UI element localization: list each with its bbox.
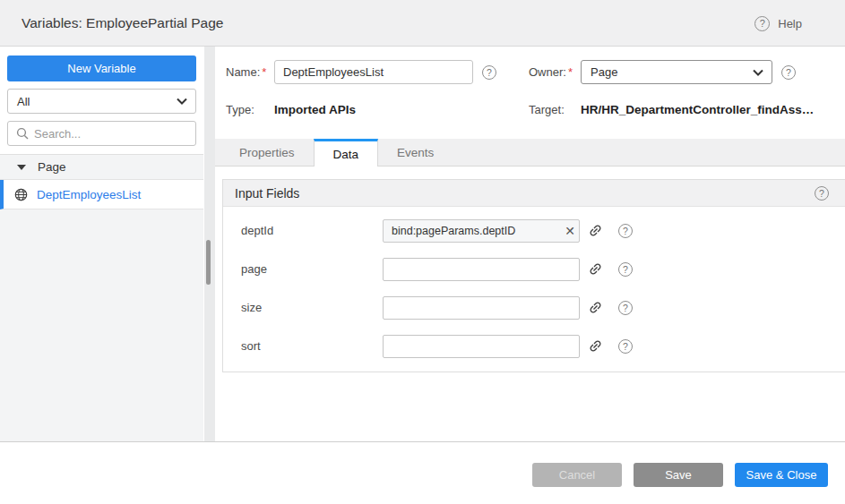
tab-data[interactable]: Data <box>314 139 379 167</box>
required-asterisk: * <box>568 65 573 79</box>
clear-binding-icon[interactable]: ✕ <box>565 225 575 237</box>
variable-detail-panel: Name:* ? Owner:* Page ? Type: Imported A… <box>215 47 845 441</box>
page-title: Variables: EmployeePartial Page <box>22 15 223 31</box>
variables-tree: Page DeptEmployeesList <box>0 154 203 441</box>
field-label: page <box>241 262 383 276</box>
help-label: Help <box>778 17 802 30</box>
caret-down-icon <box>17 165 26 170</box>
owner-label: Owner:* <box>529 65 581 79</box>
variable-search <box>7 121 196 146</box>
field-help-icon[interactable]: ? <box>618 262 633 277</box>
owner-select[interactable]: Page <box>581 60 772 84</box>
tab-properties[interactable]: Properties <box>220 139 314 166</box>
tree-item-deptemployeeslist[interactable]: DeptEmployeesList <box>0 180 203 209</box>
owner-field-group: Owner:* Page ? <box>529 60 796 84</box>
tree-group-label: Page <box>38 160 66 174</box>
help-circle-icon: ? <box>754 16 770 31</box>
bind-link-icon[interactable] <box>588 223 603 238</box>
target-value: HR/HR_DepartmentController_findAss… <box>581 103 814 116</box>
sidebar-controls: New Variable All <box>0 47 203 146</box>
input-field-row-size: size ? <box>223 288 845 327</box>
save-button[interactable]: Save <box>634 463 723 487</box>
owner-help-icon[interactable]: ? <box>781 65 796 80</box>
input-fields-section: Input Fields ? deptId ✕ ? page <box>222 179 845 372</box>
name-label: Name:* <box>226 65 274 79</box>
type-field-group: Type: Imported APIs <box>226 103 356 116</box>
chevron-down-icon <box>177 98 187 105</box>
field-label: deptId <box>241 224 383 237</box>
size-value-input[interactable] <box>383 296 580 320</box>
field-label: sort <box>241 339 383 353</box>
scrollbar-thumb[interactable] <box>206 240 211 285</box>
save-and-close-button[interactable]: Save & Close <box>735 463 828 487</box>
footer-buttons: Cancel Save Save & Close <box>532 463 828 487</box>
input-fields-header: Input Fields ? <box>223 180 845 207</box>
field-help-icon[interactable]: ? <box>618 339 633 354</box>
input-field-row-sort: sort ? <box>223 327 845 365</box>
variables-sidebar: New Variable All Page <box>0 47 203 441</box>
target-label: Target: <box>529 103 581 116</box>
sort-value-input[interactable] <box>383 335 580 358</box>
dialog-footer: Cancel Save Save & Close <box>0 442 845 504</box>
input-field-row-page: page ? <box>223 250 845 288</box>
field-label: size <box>241 301 383 314</box>
name-input[interactable] <box>274 60 473 84</box>
bind-link-icon[interactable] <box>588 261 603 277</box>
page-value-input[interactable] <box>383 258 580 281</box>
new-variable-button[interactable]: New Variable <box>7 56 196 81</box>
name-field-group: Name:* ? <box>226 60 496 84</box>
target-field-group: Target: HR/HR_DepartmentController_findA… <box>529 103 814 116</box>
input-fields-title: Input Fields <box>235 186 299 201</box>
tab-events[interactable]: Events <box>378 139 453 166</box>
cancel-button[interactable]: Cancel <box>532 463 622 487</box>
field-help-icon[interactable]: ? <box>618 224 633 238</box>
panel-scrollbar[interactable] <box>204 47 215 441</box>
variable-filter-select[interactable]: All <box>7 89 196 114</box>
field-help-icon[interactable]: ? <box>618 301 633 315</box>
variables-dialog: Variables: EmployeePartial Page ? Help N… <box>0 0 845 504</box>
input-fields-rows: deptId ✕ ? page <box>223 207 845 372</box>
tree-group-page[interactable]: Page <box>0 155 203 180</box>
deptid-value-input[interactable] <box>383 219 580 243</box>
search-icon <box>16 127 29 140</box>
type-label: Type: <box>226 103 274 116</box>
chevron-down-icon <box>753 69 763 76</box>
bind-link-icon[interactable] <box>588 300 603 315</box>
input-fields-help-icon[interactable]: ? <box>815 186 829 201</box>
variable-filter-value: All <box>17 95 30 108</box>
input-field-row-deptid: deptId ✕ ? <box>223 211 845 250</box>
owner-select-value: Page <box>591 65 617 79</box>
tree-item-label: DeptEmployeesList <box>37 188 141 201</box>
help-link[interactable]: ? Help <box>754 0 802 47</box>
detail-tabbar: Properties Data Events <box>215 139 845 167</box>
type-value: Imported APIs <box>274 103 356 116</box>
name-help-icon[interactable]: ? <box>482 65 496 80</box>
search-input[interactable] <box>29 127 195 141</box>
bind-link-icon[interactable] <box>588 338 603 354</box>
dialog-header: Variables: EmployeePartial Page ? Help <box>0 0 845 47</box>
globe-icon <box>14 188 28 201</box>
required-asterisk: * <box>262 65 266 79</box>
